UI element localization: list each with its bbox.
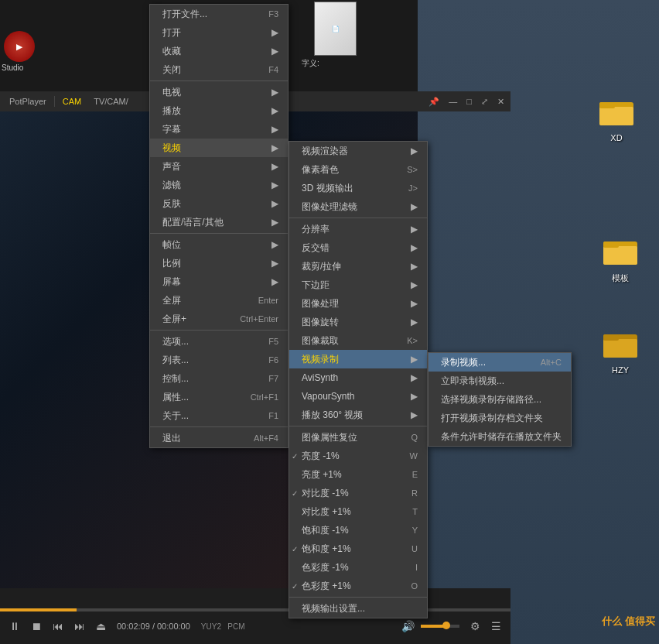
menu-frame[interactable]: 帧位 ▶ bbox=[150, 235, 288, 254]
cam-btn[interactable]: CAM bbox=[58, 95, 86, 108]
desktop-icon-xd[interactable]: XD bbox=[589, 93, 644, 142]
video-menu-imgfilter[interactable]: 图像处理滤镜 ▶ bbox=[289, 197, 427, 216]
menu-sep2 bbox=[150, 233, 288, 234]
video-menu-avisynth[interactable]: AviSynth ▶ bbox=[289, 368, 427, 387]
play-pause-btn[interactable]: ⏸ bbox=[6, 618, 23, 634]
close-btn[interactable]: ✕ bbox=[494, 96, 507, 108]
menu-btn[interactable]: ☰ bbox=[488, 618, 504, 634]
svg-rect-2 bbox=[599, 102, 615, 108]
main-context-menu: 打开文件... F3 打开 ▶ 收藏 ▶ 关闭 F4 电视 ▶ 播放 ▶ 字幕 … bbox=[149, 4, 289, 448]
svg-rect-8 bbox=[603, 334, 619, 341]
menu-sep3 bbox=[150, 330, 288, 331]
record-menu-select-path[interactable]: 选择视频录制存储路径... bbox=[429, 390, 571, 409]
menu-options[interactable]: 选项... F5 bbox=[150, 332, 288, 351]
menu-favorites[interactable]: 收藏 ▶ bbox=[150, 42, 288, 60]
volume-area: 🔊 bbox=[398, 618, 459, 634]
svg-rect-5 bbox=[603, 242, 619, 248]
time-display: 00:02:09 / 00:00:00 bbox=[117, 622, 190, 631]
video-menu-pixel[interactable]: 像素着色 S> bbox=[289, 160, 427, 179]
video-menu-360[interactable]: 播放 360° 视频 ▶ bbox=[289, 406, 427, 424]
tv-cam-btn[interactable]: TV/CAM/ bbox=[89, 95, 133, 108]
menu-subtitle[interactable]: 字幕 ▶ bbox=[150, 120, 288, 139]
menu-exit[interactable]: 退出 Alt+F4 bbox=[150, 429, 288, 447]
video-submenu: 视频渲染器 ▶ 像素着色 S> 3D 视频输出 J> 图像处理滤镜 ▶ 分辨率 … bbox=[289, 141, 428, 618]
video-menu-imgrotate[interactable]: 图像旋转 ▶ bbox=[289, 313, 427, 331]
stop-btn[interactable]: ⏹ bbox=[28, 618, 45, 634]
video-menu-imgprocess[interactable]: 图像处理 ▶ bbox=[289, 294, 427, 313]
video-menu-brightness-plus[interactable]: 亮度 +1% E bbox=[289, 465, 427, 484]
video-menu-3d[interactable]: 3D 视频输出 J> bbox=[289, 179, 427, 197]
watermark: 什么 值得买 bbox=[602, 615, 655, 629]
record-menu-save-condition[interactable]: 条件允许时储存在播放文件夹 bbox=[429, 427, 571, 446]
thumbnail-box: 📄 bbox=[314, 2, 357, 56]
svg-rect-1 bbox=[599, 107, 633, 125]
video-menu-contrast-plus[interactable]: 对比度 +1% T bbox=[289, 502, 427, 521]
next-btn[interactable]: ⏭ bbox=[71, 618, 88, 634]
maximize-btn[interactable]: ⤢ bbox=[478, 96, 491, 108]
video-menu-hue-minus[interactable]: 色彩度 -1% I bbox=[289, 558, 427, 577]
video-menu-reset[interactable]: 图像属性复位 Q bbox=[289, 428, 427, 447]
menu-ratio[interactable]: 比例 ▶ bbox=[150, 254, 288, 272]
restore-btn[interactable]: □ bbox=[463, 96, 475, 107]
menu-list[interactable]: 列表... F6 bbox=[150, 351, 288, 369]
record-submenu: 录制视频... Alt+C 立即录制视频... 选择视频录制存储路径... 打开… bbox=[428, 352, 572, 447]
video-sep2 bbox=[289, 426, 427, 426]
svg-rect-4 bbox=[603, 246, 637, 265]
pin-btn[interactable]: 📌 bbox=[425, 96, 442, 108]
desktop-icon-template[interactable]: 模板 bbox=[593, 232, 647, 284]
menu-screen[interactable]: 屏幕 ▶ bbox=[150, 272, 288, 291]
video-menu-vapoursynth[interactable]: VapourSynth ▶ bbox=[289, 387, 427, 406]
menu-skin[interactable]: 反肤 ▶ bbox=[150, 194, 288, 213]
desktop-icon-template-label: 模板 bbox=[612, 272, 629, 284]
window-titlebar: 📌 — □ ⤢ ✕ bbox=[418, 91, 510, 111]
video-menu-saturation-minus[interactable]: 饱和度 -1% Y bbox=[289, 521, 427, 540]
svg-rect-7 bbox=[603, 339, 637, 358]
record-menu-open-folder[interactable]: 打开视频录制存档文件夹 bbox=[429, 409, 571, 427]
video-menu-renderer[interactable]: 视频渲染器 ▶ bbox=[289, 142, 427, 160]
menu-properties[interactable]: 属性... Ctrl+F1 bbox=[150, 388, 288, 406]
video-menu-output-settings[interactable]: 视频输出设置... bbox=[289, 599, 427, 618]
desktop-icon-hzy-label: HZY bbox=[612, 365, 629, 375]
menu-play[interactable]: 播放 ▶ bbox=[150, 101, 288, 120]
menu-sound[interactable]: 声音 ▶ bbox=[150, 157, 288, 176]
video-menu-record[interactable]: 视频录制 ▶ bbox=[289, 350, 427, 368]
volume-slider[interactable] bbox=[421, 625, 459, 628]
desktop-icon-hzy[interactable]: HZY bbox=[593, 325, 647, 375]
progress-bar-area[interactable] bbox=[0, 608, 510, 611]
player-label-btn[interactable]: PotPlayer bbox=[5, 95, 51, 108]
toolbar-sep1 bbox=[54, 96, 55, 107]
video-menu-imgcrop[interactable]: 图像裁取 K> bbox=[289, 331, 427, 350]
record-menu-instant[interactable]: 立即录制视频... bbox=[429, 372, 571, 390]
video-menu-contrast-minus[interactable]: ✓ 对比度 -1% R bbox=[289, 484, 427, 502]
menu-close[interactable]: 关闭 F4 bbox=[150, 60, 288, 79]
video-menu-brightness-minus[interactable]: ✓ 亮度 -1% W bbox=[289, 447, 427, 465]
menu-open-file[interactable]: 打开文件... F3 bbox=[150, 5, 288, 23]
studio-label: Studio bbox=[2, 63, 23, 72]
settings-btn[interactable]: ⚙ bbox=[467, 618, 483, 634]
menu-open[interactable]: 打开 ▶ bbox=[150, 23, 288, 42]
eject-btn[interactable]: ⏏ bbox=[93, 618, 109, 634]
app-logo: ▶ bbox=[4, 31, 35, 62]
format-info: YUY2 PCM bbox=[201, 622, 245, 631]
menu-filter[interactable]: 滤镜 ▶ bbox=[150, 176, 288, 194]
video-menu-hue-plus[interactable]: ✓ 色彩度 +1% O bbox=[289, 577, 427, 595]
prev-btn[interactable]: ⏮ bbox=[50, 618, 67, 634]
video-menu-crop[interactable]: 裁剪/拉伸 ▶ bbox=[289, 257, 427, 276]
video-menu-saturation-plus[interactable]: ✓ 饱和度 +1% U bbox=[289, 540, 427, 558]
menu-video[interactable]: 视频 ▶ bbox=[150, 139, 288, 157]
thumbnail-label: 字义: bbox=[302, 58, 319, 69]
record-menu-record-video[interactable]: 录制视频... Alt+C bbox=[429, 353, 571, 372]
menu-sep1 bbox=[150, 80, 288, 81]
volume-icon[interactable]: 🔊 bbox=[398, 618, 418, 634]
menu-tv[interactable]: 电视 ▶ bbox=[150, 83, 288, 101]
minimize-btn[interactable]: — bbox=[446, 96, 460, 107]
volume-knob bbox=[442, 622, 450, 629]
menu-about[interactable]: 关于... F1 bbox=[150, 406, 288, 425]
menu-fullscreen[interactable]: 全屏 Enter bbox=[150, 291, 288, 310]
menu-control[interactable]: 控制... F7 bbox=[150, 369, 288, 388]
video-menu-deinterlace[interactable]: 反交错 ▶ bbox=[289, 238, 427, 257]
menu-config[interactable]: 配置/语言/其他 ▶ bbox=[150, 213, 288, 231]
menu-fullscreen-plus[interactable]: 全屏+ Ctrl+Enter bbox=[150, 310, 288, 328]
video-menu-resolution[interactable]: 分辨率 ▶ bbox=[289, 220, 427, 238]
video-menu-margin[interactable]: 下边距 ▶ bbox=[289, 276, 427, 294]
